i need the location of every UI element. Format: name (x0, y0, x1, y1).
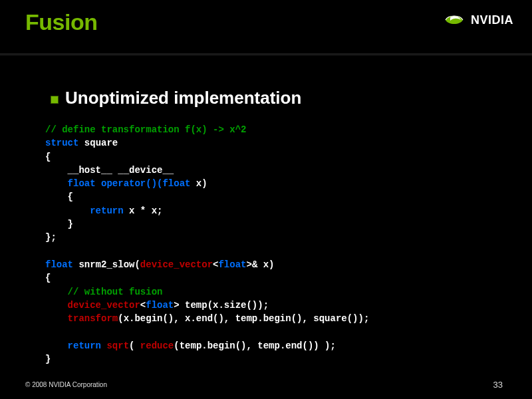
code-comment: // define transformation f(x) -> x^2 (45, 124, 246, 135)
tmpl: > (174, 300, 179, 311)
keyword-float: float (45, 259, 73, 270)
keyword-return: return (90, 205, 123, 216)
keyword-float: float (146, 300, 174, 311)
slide-title: Fusion (25, 9, 97, 35)
param-x: x) (190, 178, 207, 189)
brace: { (45, 152, 51, 162)
struct-end: }; (45, 232, 57, 243)
tmpl: < (140, 300, 146, 311)
nvidia-eye-icon (443, 12, 466, 28)
code-block: // define transformation f(x) -> x^2 str… (45, 123, 505, 366)
brand-text: NVIDIA (471, 13, 513, 27)
lib-device-vector: device_vector (140, 259, 213, 270)
lib-sqrt: sqrt (106, 340, 129, 351)
lib-reduce: reduce (140, 340, 174, 351)
param-x-ref: & x) (252, 259, 275, 270)
slide: Fusion NVIDIA Unoptimized implementation… (0, 0, 532, 399)
reduce-args: (temp.begin(), temp.end()) ); (174, 340, 336, 351)
code-comment: // without fusion (68, 287, 163, 297)
bullet-text: Unoptimized implementation (65, 88, 301, 108)
keyword-operator: operator (101, 178, 146, 189)
lib-device-vector: device_vector (68, 300, 140, 311)
tmpl: > (246, 259, 251, 270)
bullet-item: Unoptimized implementation (51, 88, 505, 108)
bullet-icon (51, 96, 59, 104)
brand-logo: NVIDIA (443, 12, 513, 28)
content-area: Unoptimized implementation // define tra… (51, 88, 505, 366)
brace: } (68, 219, 73, 229)
brace: { (68, 192, 73, 202)
temp-decl: temp(x.size()); (180, 300, 269, 311)
sqrt-open: ( (129, 340, 140, 351)
paren-float: ()(float (146, 178, 190, 189)
fn-name: snrm2_slow( (73, 259, 140, 270)
brace: { (45, 273, 51, 283)
header-divider (0, 53, 532, 55)
return-expr: x * x; (124, 205, 163, 216)
struct-name: square (84, 138, 118, 148)
copyright-text: © 2008 NVIDIA Corporation (25, 381, 107, 388)
transform-args: (x.begin(), x.end(), temp.begin(), squar… (118, 313, 369, 324)
keyword-struct: struct (45, 138, 78, 148)
brace: } (45, 354, 51, 364)
keyword-float: float (68, 178, 96, 189)
cuda-device: __device__ (118, 165, 174, 176)
page-number: 33 (493, 380, 503, 390)
keyword-return: return (68, 340, 101, 351)
cuda-host: __host__ (68, 165, 112, 176)
keyword-float: float (218, 259, 246, 270)
lib-transform: transform (68, 313, 118, 324)
